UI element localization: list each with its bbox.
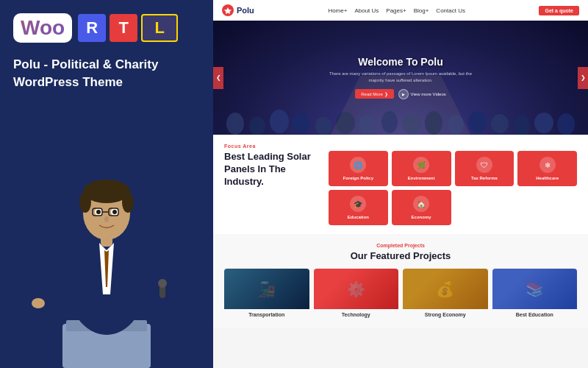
nav-contact[interactable]: Contact Us (436, 7, 465, 14)
focus-card[interactable]: ❄ Healthcare (517, 151, 577, 186)
focus-card-label: Tax Reforms (471, 176, 498, 180)
focus-card-icon: 🎓 (350, 196, 366, 212)
projects-title: Our Featured Projects (224, 250, 577, 261)
hero-section-wrapper: Polu Home+ About Us Pages+ Blog+ Contact… (213, 0, 588, 135)
rtl-badges: R T L (78, 14, 178, 42)
focus-section: Focus Area Best Leading Solar Panels In … (213, 135, 588, 234)
nav-home[interactable]: Home+ (328, 7, 347, 14)
focus-card-label: Environment (408, 176, 435, 180)
focus-card[interactable]: 🛡 Tax Reforms (455, 151, 514, 186)
focus-content: Best Leading Solar Panels In The Industr… (224, 151, 577, 225)
project-card[interactable]: 📚 Best Education (492, 269, 578, 319)
svg-point-15 (112, 210, 117, 214)
svg-point-14 (96, 210, 101, 214)
hero-next-arrow[interactable]: ❯ (578, 67, 588, 89)
svg-point-35 (534, 113, 553, 133)
badge-r: R (78, 14, 106, 42)
badge-l: L (141, 14, 178, 42)
svg-point-36 (557, 113, 575, 135)
hero-logo: Polu (222, 4, 254, 16)
project-image-decor: 📚 (526, 280, 544, 298)
hero-subtitle: There are many variations of passages of… (327, 71, 474, 83)
svg-point-23 (270, 110, 289, 133)
focus-card-icon: 🏠 (413, 196, 429, 212)
hero-read-more[interactable]: Read More ❯ (355, 89, 393, 99)
svg-point-19 (104, 216, 109, 222)
svg-point-33 (491, 114, 509, 133)
woo-badge: Woo (13, 13, 72, 43)
left-panel: Woo R T L Polu - Political & Charity Wor… (0, 0, 213, 368)
hero-prev-arrow[interactable]: ❮ (213, 67, 223, 89)
project-image: 💰 (403, 269, 488, 309)
hero-title: Welcome To Polu (327, 56, 474, 68)
hero-video-btn[interactable]: ▶ View more Videos (398, 89, 446, 99)
hero-background: ❮ ❯ Welcome To Polu There are many varia… (213, 21, 588, 135)
hero-nav-links: Home+ About Us Pages+ Blog+ Contact Us (328, 7, 465, 14)
person-illustration (22, 132, 191, 368)
focus-grid: 🌐 Foreign Policy 🌿 Environment 🛡 Tax Ref… (329, 151, 577, 225)
focus-card-icon: ❄ (539, 157, 556, 173)
svg-point-34 (514, 115, 530, 135)
theme-title: Polu - Political & Charity WordPress The… (0, 50, 213, 97)
svg-point-6 (158, 279, 167, 288)
focus-card[interactable]: 🎓 Education (329, 190, 388, 225)
badges-row: Woo R T L (0, 0, 213, 50)
svg-point-20 (32, 298, 45, 308)
nav-about[interactable]: About Us (354, 7, 379, 14)
right-panel[interactable]: Polu Home+ About Us Pages+ Blog+ Contact… (213, 0, 588, 368)
focus-title: Best Leading Solar Panels In The Industr… (224, 151, 320, 188)
svg-point-21 (226, 113, 244, 135)
focus-card-icon: 🛡 (476, 157, 492, 173)
focus-card[interactable]: 🌿 Environment (392, 151, 451, 186)
logo-icon (222, 4, 234, 16)
svg-point-11 (122, 192, 134, 213)
focus-card[interactable]: 🏠 Economy (392, 190, 451, 225)
projects-grid: 🚂 Transportation ⚙️ Technology 💰 Strong … (224, 269, 577, 319)
project-image: ⚙️ (314, 269, 399, 309)
nav-pages[interactable]: Pages+ (386, 7, 406, 14)
svg-point-22 (249, 116, 265, 135)
focus-card-label: Economy (412, 215, 431, 219)
svg-point-25 (315, 117, 331, 135)
focus-card-label: Foreign Policy (343, 176, 373, 180)
projects-section: Completed Projects Our Featured Projects… (213, 234, 588, 328)
project-card-label: Strong Economy (403, 309, 488, 319)
svg-point-10 (79, 192, 91, 213)
projects-header: Completed Projects Our Featured Projects (224, 243, 577, 261)
nav-blog[interactable]: Blog+ (414, 7, 429, 14)
hero-nav: Polu Home+ About Us Pages+ Blog+ Contact… (213, 0, 588, 21)
project-image-decor: 💰 (436, 280, 454, 298)
project-card[interactable]: 🚂 Transportation (224, 269, 309, 319)
svg-point-32 (468, 111, 487, 133)
project-card[interactable]: 💰 Strong Economy (403, 269, 488, 319)
project-card-label: Transportation (224, 309, 309, 319)
cta-button[interactable]: Get a quote (539, 6, 579, 15)
focus-label: Focus Area (224, 144, 577, 149)
site-preview: Polu Home+ About Us Pages+ Blog+ Contact… (213, 0, 588, 328)
hero-content: Welcome To Polu There are many variation… (327, 56, 474, 99)
focus-card-label: Healthcare (536, 176, 559, 180)
project-image-decor: 🚂 (257, 280, 276, 298)
focus-card-icon: 🌐 (350, 157, 366, 173)
project-image-decor: ⚙️ (347, 280, 365, 298)
projects-label: Completed Projects (224, 243, 577, 248)
badge-t: T (110, 14, 137, 42)
hero-buttons: Read More ❯ ▶ View more Videos (327, 89, 474, 99)
project-image: 📚 (492, 269, 578, 309)
project-card[interactable]: ⚙️ Technology (314, 269, 399, 319)
focus-card-icon: 🌿 (413, 157, 429, 173)
woo-text: Woo (21, 16, 65, 40)
project-image: 🚂 (224, 269, 309, 309)
svg-point-24 (293, 113, 310, 134)
project-card-label: Best Education (492, 309, 578, 319)
focus-card[interactable]: 🌐 Foreign Policy (329, 151, 388, 186)
project-card-label: Technology (314, 309, 399, 319)
focus-card-label: Education (348, 215, 369, 219)
play-icon: ▶ (398, 89, 409, 99)
